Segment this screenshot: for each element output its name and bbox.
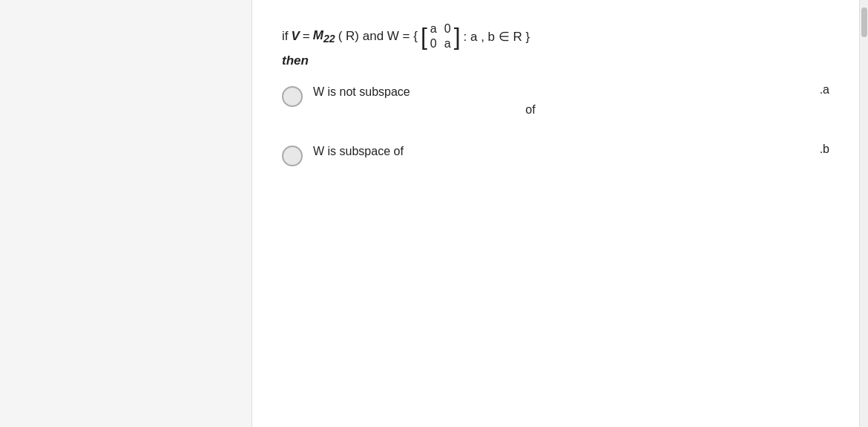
matrix-cells: a 0 0 a [427,22,454,50]
bracket-left: [ [421,25,427,48]
option-a-text-line2: of [313,101,807,119]
left-sidebar [0,0,252,427]
then-label: then [282,53,829,68]
cell-b2: a [444,37,451,50]
option-a-content: W is not subspace of [313,83,807,119]
option-b-wrapper: W is subspace of .b [282,143,829,166]
bracket-right: ] [454,25,461,48]
equals-sign: = [303,29,310,44]
option-a-wrapper: W is not subspace of .a [282,83,829,119]
v-variable: V [292,29,300,44]
scrollbar-thumb[interactable] [861,7,867,37]
cell-b1: 0 [444,22,451,36]
scrollbar[interactable] [859,0,868,427]
main-content: if V = M22 ( R) and W = { [ a 0 0 a ] : … [252,0,859,427]
radio-a[interactable] [282,86,303,107]
options-area: W is not subspace of .a W is subspace of… [282,83,829,166]
m22-subscript: 22 [323,33,335,45]
option-a-text-line1: W is not subspace [313,83,807,101]
cell-a1: a [430,22,437,36]
option-b-letter: .b [807,143,829,156]
radio-b[interactable] [282,146,303,166]
m22-label: M22 [313,28,335,45]
option-a-letter: .a [807,83,829,97]
option-b-text-line1: W is subspace of [313,143,807,160]
question-line: if V = M22 ( R) and W = { [ a 0 0 a ] : … [282,22,829,50]
option-a-left: W is not subspace of [282,83,807,119]
r-part: ( R) and W = { [338,29,418,44]
option-b-content: W is subspace of [313,143,807,160]
cell-a2: 0 [430,37,437,50]
matrix: [ a 0 0 a ] [421,22,461,50]
if-label: if [282,29,289,44]
option-b-left: W is subspace of [282,143,807,166]
suffix-text: : a , b ∈ R } [464,29,530,45]
